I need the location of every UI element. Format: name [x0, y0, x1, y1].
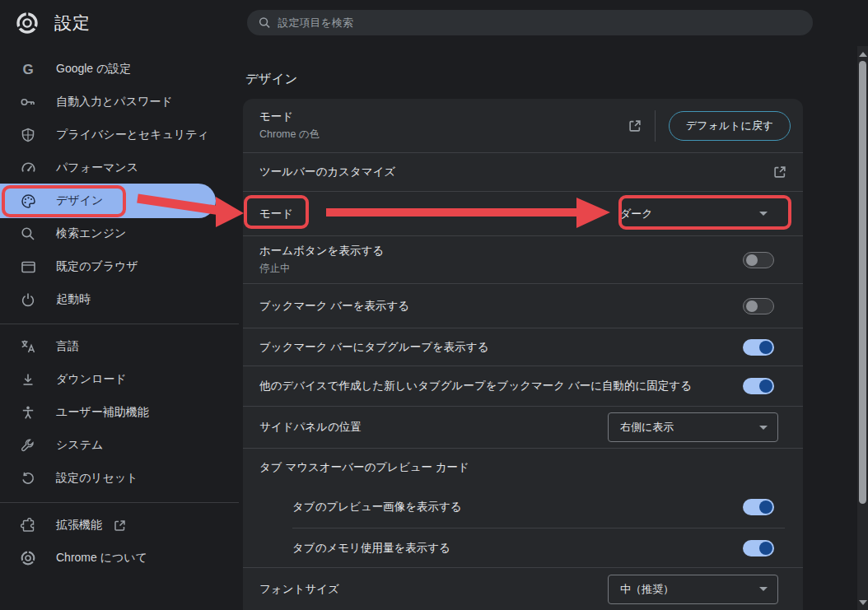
appearance-card: モード Chrome の色 デフォルトに戻す ツールバーのカスタマイズ — [243, 99, 803, 610]
sidebar-item-system[interactable]: システム — [0, 429, 216, 462]
row-auto-pin-tab-groups: 他のデバイスで作成した新しいタブグループをブックマーク バーに自動的に固定する — [243, 366, 803, 407]
auto-pin-toggle[interactable] — [743, 378, 774, 394]
puzzle-icon — [20, 517, 36, 533]
translate-icon — [20, 338, 36, 355]
page-title: 設定 — [54, 12, 91, 35]
sidebar: G Google の設定 自動入力とパスワード プライバシーとセキュリティ パフ… — [0, 46, 239, 610]
sidebar-item-on-startup[interactable]: 起動時 — [0, 283, 216, 316]
main-content: デザイン モード Chrome の色 デフォルトに戻す ツールバーのカスタマイズ — [239, 46, 857, 610]
google-g-icon: G — [20, 61, 36, 77]
power-icon — [20, 291, 36, 308]
toggle-knob — [759, 341, 772, 354]
divider — [655, 110, 656, 142]
speedometer-icon — [20, 160, 36, 176]
shield-icon — [20, 127, 36, 143]
row-tab-memory-usage: タブのメモリ使用量を表示する — [243, 529, 803, 568]
toggle-knob — [746, 254, 758, 266]
sidebar-item-default-browser[interactable]: 既定のブラウザ — [0, 250, 216, 283]
row-font-size: フォントサイズ 中（推奨） — [243, 568, 803, 610]
chrome-settings-window: 設定 G Google の設定 自動入力とパスワード プライバシーとセキュリ — [0, 0, 868, 610]
triangle-down-icon — [859, 600, 867, 605]
accessibility-person-icon — [20, 404, 36, 421]
sidebar-item-search-engine[interactable]: 検索エンジン — [0, 217, 216, 250]
sidebar-item-accessibility[interactable]: ユーザー補助機能 — [0, 396, 216, 429]
wrench-icon — [20, 437, 36, 454]
row-chrome-color-mode[interactable]: モード Chrome の色 デフォルトに戻す — [243, 99, 803, 153]
search-input[interactable] — [278, 16, 801, 29]
scrollbar-thumb[interactable] — [859, 61, 866, 504]
row-show-home-button: ホームボタンを表示する 停止中 — [243, 236, 803, 284]
tab-groups-toggle[interactable] — [743, 339, 774, 356]
download-icon — [20, 371, 36, 388]
toggle-knob — [746, 300, 758, 312]
chrome-logo-icon — [16, 12, 38, 34]
sidebar-item-google-settings[interactable]: G Google の設定 — [0, 53, 216, 86]
toggle-knob — [759, 501, 772, 514]
sidebar-item-extensions[interactable]: 拡張機能 — [0, 509, 216, 542]
tab-preview-toggle[interactable] — [743, 499, 774, 515]
row-tab-groups-bookmarks-bar: ブックマーク バーにタブグループを表示する — [243, 328, 803, 366]
external-link-icon — [628, 119, 642, 133]
row-tab-preview-image: タブのプレビュー画像を表示する — [243, 486, 803, 528]
reset-to-default-button[interactable]: デフォルトに戻す — [669, 111, 791, 141]
section-heading: デザイン — [245, 71, 297, 88]
scroll-down-button[interactable] — [857, 596, 868, 608]
side-panel-select[interactable]: 右側に表示 — [608, 412, 778, 442]
triangle-up-icon — [859, 52, 867, 57]
font-size-select[interactable]: 中（推奨） — [608, 575, 778, 604]
palette-icon — [20, 193, 36, 209]
sidebar-item-downloads[interactable]: ダウンロード — [0, 363, 216, 396]
row-toolbar-customize[interactable]: ツールバーのカスタマイズ — [243, 153, 803, 192]
row-mode: モード ダーク — [243, 192, 803, 236]
settings-search[interactable] — [247, 10, 813, 35]
sidebar-divider — [0, 502, 239, 503]
chevron-down-icon — [759, 426, 768, 430]
sidebar-item-about-chrome[interactable]: Chrome について — [0, 542, 216, 575]
browser-window-icon — [20, 258, 36, 275]
external-link-icon — [773, 165, 786, 179]
sidebar-item-appearance[interactable]: デザイン — [0, 184, 216, 218]
chevron-down-icon — [759, 587, 768, 591]
row-hover-preview-group: タブ マウスオーバーのプレビュー カード — [243, 449, 803, 486]
chrome-logo-small-icon — [20, 550, 36, 566]
key-icon — [20, 94, 36, 110]
row-show-bookmarks-bar: ブックマーク バーを表示する — [243, 284, 803, 328]
tab-memory-toggle[interactable] — [743, 540, 774, 556]
reset-restore-icon — [20, 470, 36, 487]
search-icon — [259, 16, 270, 29]
mode-select[interactable]: ダーク — [608, 199, 778, 229]
home-button-toggle[interactable] — [743, 252, 774, 268]
chevron-down-icon — [759, 212, 768, 216]
sidebar-item-performance[interactable]: パフォーマンス — [0, 151, 216, 184]
sidebar-item-languages[interactable]: 言語 — [0, 330, 216, 363]
sidebar-divider — [0, 324, 239, 324]
toggle-knob — [759, 380, 772, 393]
external-link-icon — [114, 519, 126, 532]
sidebar-item-reset[interactable]: 設定のリセット — [0, 462, 216, 495]
scrollbar — [857, 46, 868, 610]
sidebar-item-autofill[interactable]: 自動入力とパスワード — [0, 86, 216, 119]
magnifier-icon — [20, 226, 36, 242]
bookmarks-bar-toggle[interactable] — [743, 298, 774, 314]
topbar: 設定 — [0, 0, 868, 46]
brand: 設定 — [16, 0, 91, 46]
toggle-knob — [759, 542, 772, 555]
row-side-panel-position: サイドパネルの位置 右側に表示 — [243, 407, 803, 449]
sidebar-item-privacy[interactable]: プライバシーとセキュリティ — [0, 119, 216, 151]
scroll-up-button[interactable] — [857, 48, 868, 60]
